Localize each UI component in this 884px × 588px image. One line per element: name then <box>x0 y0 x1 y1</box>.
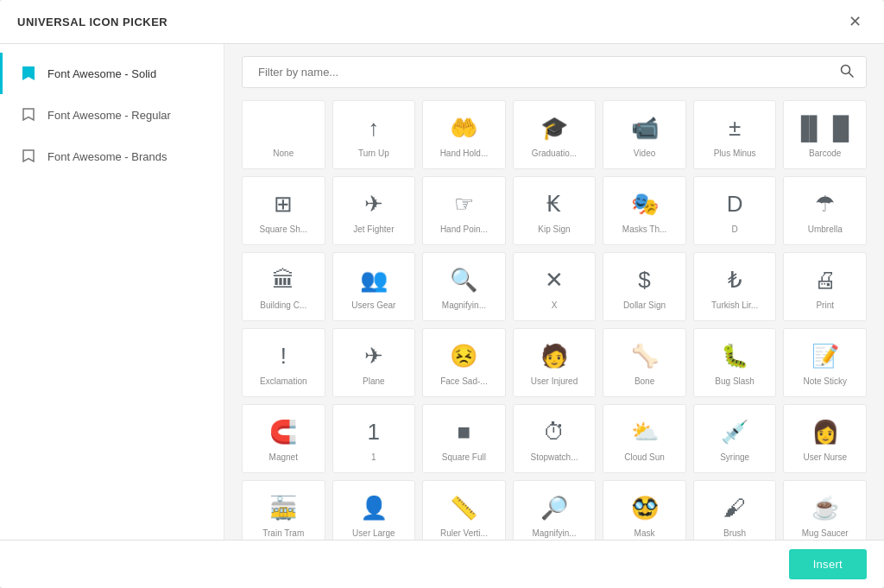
icon-cell[interactable]: 📏Ruler Verti... <box>422 480 506 540</box>
icon-cell[interactable]: ✈Plane <box>332 328 416 397</box>
icon-cell[interactable]: 💉Syringe <box>693 404 777 473</box>
icon-cell[interactable]: ▐▌▐▌Barcode <box>783 100 867 169</box>
icon-cell[interactable]: 👤User Large <box>332 480 416 540</box>
icon-cell[interactable]: ☂Umbrella <box>783 176 867 245</box>
icon-label: Brush <box>699 528 771 539</box>
search-input[interactable] <box>251 57 837 87</box>
icon-cell[interactable]: 🖨Print <box>783 252 867 321</box>
icon-cell[interactable]: !Exclamation <box>242 328 325 397</box>
bookmark-outline-icon <box>20 106 37 123</box>
icon-label: Train Tram <box>248 528 319 539</box>
icon-glyph: 1 <box>368 418 380 446</box>
icon-glyph: ▐▌▐▌ <box>793 114 857 142</box>
icon-glyph: 📹 <box>631 114 659 142</box>
icon-glyph: ✈ <box>364 342 383 370</box>
icon-label: Stopwatch... <box>519 452 590 463</box>
icon-cell[interactable]: 😣Face Sad-... <box>422 328 506 397</box>
icon-cell[interactable]: ⛅Cloud Sun <box>603 404 686 473</box>
icon-glyph: ⊞ <box>274 190 293 218</box>
icon-glyph: ₺ <box>728 266 742 294</box>
icon-label: Jet Fighter <box>338 224 410 235</box>
icon-cell[interactable]: ₺Turkish Lir... <box>693 252 777 321</box>
sidebar-item-brands[interactable]: Font Awesome - Brands <box>0 136 224 177</box>
icon-cell[interactable]: 🥸Mask <box>603 480 686 540</box>
icon-label: Building C... <box>248 300 319 311</box>
icon-glyph: 🏛 <box>272 266 294 294</box>
dialog-header: UNIVERSAL ICON PICKER ✕ <box>0 0 884 44</box>
icon-cell[interactable]: 🤲Hand Hold... <box>422 100 506 169</box>
icon-glyph: ⏱ <box>543 418 565 446</box>
icon-label: Dollar Sign <box>609 300 680 311</box>
icon-cell[interactable]: ✈Jet Fighter <box>332 176 416 245</box>
icon-label: Mug Saucer <box>789 528 861 539</box>
icon-cell[interactable]: 🔍Magnifyin... <box>422 252 506 321</box>
icon-label: Syringe <box>699 452 771 463</box>
icon-cell[interactable]: 📹Video <box>603 100 686 169</box>
search-button[interactable] <box>837 60 857 84</box>
icon-cell[interactable]: ☞Hand Poin... <box>422 176 506 245</box>
dialog-footer: Insert <box>0 540 884 588</box>
icon-glyph: 🚋 <box>269 494 297 522</box>
icon-cell[interactable]: ⏱Stopwatch... <box>513 404 597 473</box>
dialog-body: Font Awesome - Solid Font Awesome - Regu… <box>0 44 884 540</box>
icon-label: Barcode <box>789 149 861 159</box>
icon-cell[interactable]: 🦴Bone <box>603 328 686 397</box>
icon-cell[interactable]: ☕Mug Saucer <box>783 480 867 540</box>
icon-cell[interactable]: $Dollar Sign <box>603 252 686 321</box>
icon-glyph: 📏 <box>450 494 477 522</box>
insert-button[interactable]: Insert <box>789 549 867 579</box>
icon-cell[interactable]: ₭Kip Sign <box>513 176 597 245</box>
icon-cell[interactable]: ✕X <box>513 252 597 321</box>
icon-glyph: 🎭 <box>631 190 659 218</box>
icon-cell[interactable]: 🎭Masks Th... <box>603 176 686 245</box>
icon-cell[interactable]: ⊞Square Sh... <box>242 176 325 245</box>
icon-label: Plane <box>338 376 410 387</box>
icon-glyph: ! <box>281 342 287 370</box>
icon-cell[interactable]: None <box>242 100 325 169</box>
close-button[interactable]: ✕ <box>843 12 867 31</box>
icon-label: Mask <box>609 528 680 539</box>
icon-glyph: 💉 <box>721 418 748 446</box>
icon-label: Turn Up <box>338 149 410 159</box>
icon-glyph: 😣 <box>450 342 477 370</box>
icon-label: Magnifyin... <box>428 300 500 311</box>
icon-cell[interactable]: 👥Users Gear <box>332 252 416 321</box>
icon-cell[interactable]: DD <box>693 176 777 245</box>
dialog-title: UNIVERSAL ICON PICKER <box>17 16 167 28</box>
icon-label: X <box>519 300 590 311</box>
icon-label: Magnet <box>248 452 319 463</box>
sidebar-item-regular[interactable]: Font Awesome - Regular <box>0 94 224 136</box>
icon-glyph: 🖌 <box>723 494 746 522</box>
icon-cell[interactable]: 🎓Graduatio... <box>513 100 597 169</box>
icon-label: Magnifyin... <box>519 528 590 539</box>
icon-cell[interactable]: 🧲Magnet <box>242 404 325 473</box>
icon-glyph: ■ <box>458 418 471 446</box>
icon-cell[interactable]: 11 <box>332 404 416 473</box>
icon-label: Bone <box>609 376 680 387</box>
sidebar: Font Awesome - Solid Font Awesome - Regu… <box>0 44 224 540</box>
icon-label: Users Gear <box>338 300 410 311</box>
icon-label: Note Sticky <box>789 376 861 387</box>
icon-cell[interactable]: 🏛Building C... <box>242 252 325 321</box>
icons-area[interactable]: None↑Turn Up🤲Hand Hold...🎓Graduatio...📹V… <box>224 100 884 540</box>
icon-label: Umbrella <box>789 224 861 235</box>
icon-glyph: 🐛 <box>721 342 748 370</box>
sidebar-item-solid[interactable]: Font Awesome - Solid <box>0 53 224 94</box>
icon-cell[interactable]: 🔎Magnifyin... <box>513 480 597 540</box>
icon-glyph: 👩 <box>811 418 839 446</box>
icon-cell[interactable]: 🖌Brush <box>693 480 777 540</box>
icon-label: 1 <box>338 452 410 463</box>
icon-cell[interactable]: 🧑User Injured <box>513 328 597 397</box>
icon-glyph: ↑ <box>368 114 379 142</box>
icon-cell[interactable]: ↑Turn Up <box>332 100 416 169</box>
icon-label: None <box>248 149 319 159</box>
icon-cell[interactable]: 🐛Bug Slash <box>693 328 777 397</box>
icon-cell[interactable]: ±Plus Minus <box>693 100 777 169</box>
icon-cell[interactable]: 👩User Nurse <box>783 404 867 473</box>
icon-label: Kip Sign <box>519 224 590 235</box>
icon-cell[interactable]: 📝Note Sticky <box>783 328 867 397</box>
icon-cell[interactable]: ■Square Full <box>422 404 506 473</box>
icon-cell[interactable]: 🚋Train Tram <box>242 480 325 540</box>
icon-label: Hand Hold... <box>428 149 500 159</box>
icon-glyph: 🖨 <box>814 266 837 294</box>
